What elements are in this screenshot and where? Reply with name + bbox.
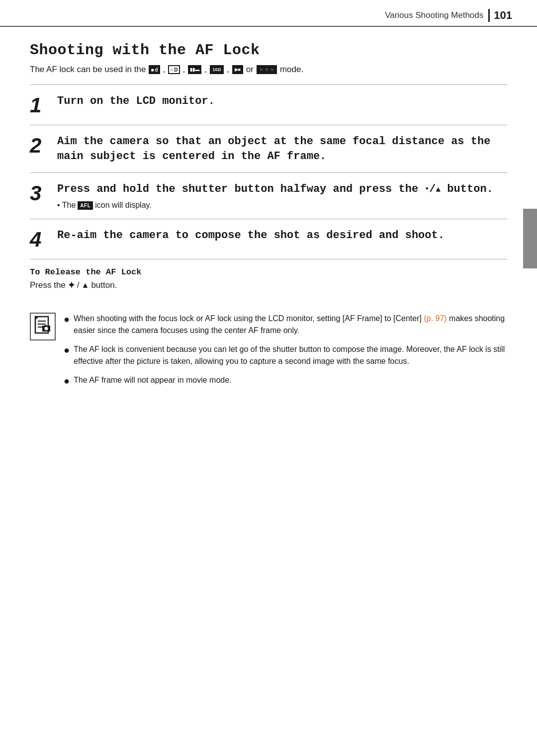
note-bullet-1: ● When shooting with the focus lock or A… xyxy=(64,313,507,336)
mode-icon-tv: ▶■ xyxy=(232,65,243,74)
main-content: Shooting with the AF Lock The AF lock ca… xyxy=(0,27,537,414)
mode-icon-d: ○ D xyxy=(168,65,179,74)
note-bullet-2: ● The AF lock is convenient because you … xyxy=(64,343,507,367)
release-title: To Release the AF Lock xyxy=(30,267,507,277)
step-1-title: Turn on the LCD monitor. xyxy=(57,94,507,109)
comma-1: , xyxy=(163,65,166,75)
the-text: • The xyxy=(57,201,76,210)
step-2-number: 2 xyxy=(30,134,57,156)
mountain-icon-step3: ▲ xyxy=(436,185,441,194)
release-section: To Release the AF Lock Press the ✦ / ▲ b… xyxy=(30,259,507,301)
mode-icon-av: ◾◾◾ xyxy=(257,65,277,74)
step-3-sub: • The AFL icon will display. xyxy=(57,201,507,210)
mode-icon-102i: 102i xyxy=(210,65,224,74)
bullet-dot-1: ● xyxy=(64,313,70,326)
note-content: ● When shooting with the focus lock or A… xyxy=(64,313,507,394)
page-container: Various Shooting Methods 101 Shooting wi… xyxy=(0,0,537,756)
page-title: Shooting with the AF Lock xyxy=(30,42,507,59)
comma-3: , xyxy=(204,65,207,75)
subtitle-suffix: mode. xyxy=(280,65,303,75)
step-1-number: 1 xyxy=(30,94,57,116)
mode-icon-scn: ▮▮▬ xyxy=(188,65,201,74)
release-text: Press the ✦ / ▲ button. xyxy=(30,280,507,291)
note-icon xyxy=(34,316,51,338)
note-svg-icon xyxy=(34,316,51,335)
page-header: Various Shooting Methods 101 xyxy=(0,0,537,27)
step-2-title: Aim the camera so that an object at the … xyxy=(57,134,507,164)
bullet-dot-3: ● xyxy=(64,374,70,387)
step-3-title: Press and hold the shutter button halfwa… xyxy=(57,182,507,197)
step-2: 2 Aim the camera so that an object at th… xyxy=(30,125,507,172)
link-p97[interactable]: (p. 97) xyxy=(424,314,447,323)
note-text-3: The AF frame will not appear in movie mo… xyxy=(74,374,507,386)
note-icon-box xyxy=(30,313,56,340)
note-box: ● When shooting with the focus lock or A… xyxy=(30,313,507,394)
step-4-number: 4 xyxy=(30,228,57,250)
note-text-2: The AF lock is convenient because you ca… xyxy=(74,343,507,367)
step-3-content: Press and hold the shutter button halfwa… xyxy=(57,182,507,210)
macro-icon-release: ✦ xyxy=(68,280,75,291)
button-text: button. xyxy=(91,280,117,290)
step-2-content: Aim the camera so that an object at the … xyxy=(57,134,507,164)
afl-icon: AFL xyxy=(78,201,93,210)
step-1: 1 Turn on the LCD monitor. xyxy=(30,84,507,125)
note-text-1: When shooting with the focus lock or AF … xyxy=(74,313,507,336)
svg-point-6 xyxy=(45,327,48,330)
step-4-content: Re-aim the camera to compose the shot as… xyxy=(57,228,507,243)
subtitle-line: The AF lock can be used in the ■ d , ○ D… xyxy=(30,65,507,75)
or-text: or xyxy=(246,65,254,75)
mountain-icon-release: ▲ xyxy=(82,281,90,290)
step-4: 4 Re-aim the camera to compose the shot … xyxy=(30,219,507,259)
mode-icon-cd: ■ d xyxy=(149,65,160,74)
step-4-title: Re-aim the camera to compose the shot as… xyxy=(57,228,507,243)
press-the: Press the xyxy=(30,280,66,290)
icon-will-display: icon will display. xyxy=(95,201,152,210)
section-title: Various Shooting Methods xyxy=(385,10,483,20)
macro-icon-step3: ✦ xyxy=(425,184,429,194)
step-1-content: Turn on the LCD monitor. xyxy=(57,94,507,109)
svg-rect-7 xyxy=(44,325,47,327)
page-number: 101 xyxy=(488,9,512,22)
comma-2: , xyxy=(183,65,185,75)
step-3: 3 Press and hold the shutter button half… xyxy=(30,172,507,219)
note-bullet-3: ● The AF frame will not appear in movie … xyxy=(64,374,507,387)
subtitle-prefix: The AF lock can be used in the xyxy=(30,65,146,75)
slash: / xyxy=(77,280,80,290)
bullet-dot-2: ● xyxy=(64,343,70,356)
comma-4: , xyxy=(227,65,229,75)
step-3-number: 3 xyxy=(30,182,57,204)
side-tab xyxy=(523,209,537,268)
